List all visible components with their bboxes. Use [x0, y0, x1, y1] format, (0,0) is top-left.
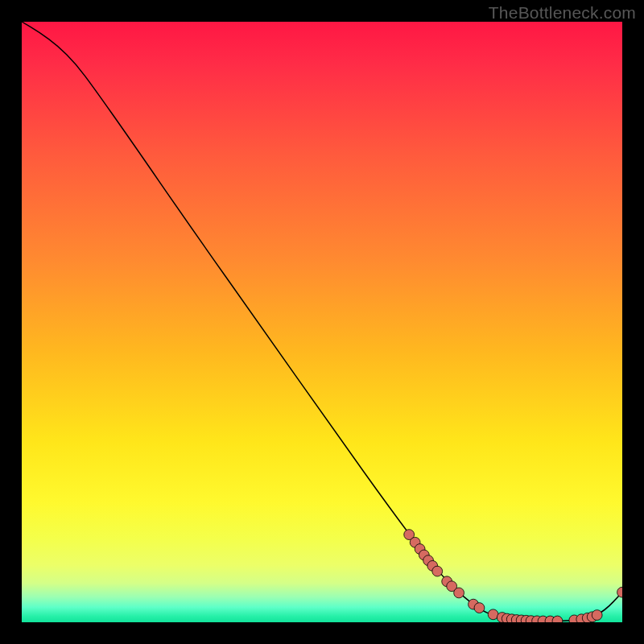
- chart-svg: [22, 22, 622, 622]
- gradient-background: [22, 22, 622, 622]
- data-marker: [474, 603, 485, 613]
- watermark-text: TheBottleneck.com: [489, 3, 636, 23]
- data-marker: [592, 610, 602, 621]
- chart-stage: TheBottleneck.com: [0, 0, 644, 644]
- plot-area: [22, 22, 622, 622]
- data-marker: [432, 566, 443, 576]
- data-marker: [454, 588, 464, 598]
